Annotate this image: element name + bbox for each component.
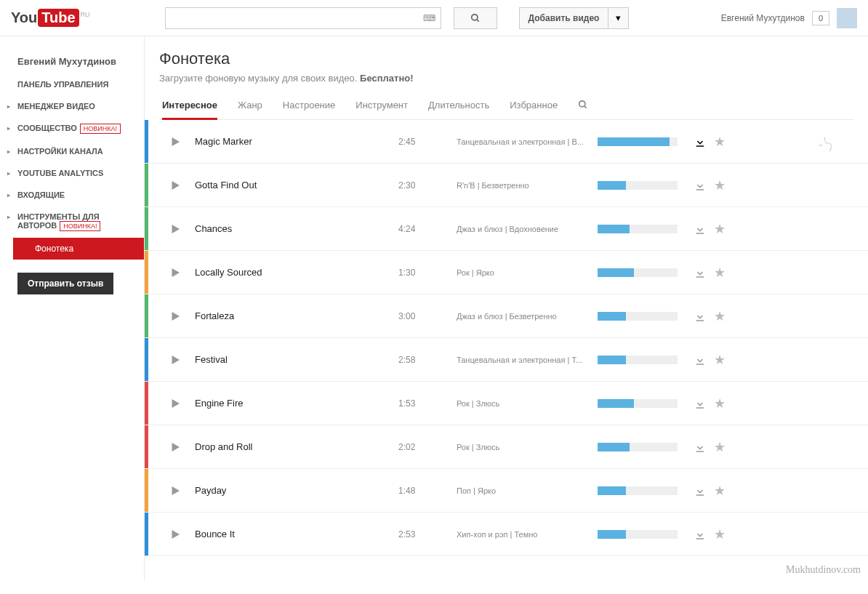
favorite-button[interactable]: ★ xyxy=(714,483,726,499)
logo-you: You xyxy=(11,9,37,26)
play-button[interactable] xyxy=(169,528,182,541)
play-button[interactable] xyxy=(169,222,182,236)
chevron-icon: ▸ xyxy=(7,192,10,198)
download-button[interactable] xyxy=(694,397,707,410)
track-name: Locally Sourced xyxy=(195,267,398,278)
popularity-bar xyxy=(598,181,678,190)
track-tags: Рок | Злюсь xyxy=(457,443,587,451)
favorite-button[interactable]: ★ xyxy=(714,439,726,455)
chevron-icon: ▸ xyxy=(7,214,10,220)
download-button[interactable] xyxy=(694,441,707,454)
track-duration: 3:00 xyxy=(398,311,457,321)
sidebar-item-0[interactable]: ПАНЕЛЬ УПРАВЛЕНИЯ xyxy=(0,73,144,95)
keyboard-icon[interactable]: ⌨ xyxy=(423,13,435,35)
play-button[interactable] xyxy=(169,310,182,323)
track-name: Magic Marker xyxy=(195,136,398,147)
track-duration: 2:02 xyxy=(398,442,457,452)
chevron-icon: ▸ xyxy=(7,148,10,155)
genre-stripe xyxy=(145,425,148,468)
avatar[interactable] xyxy=(837,8,857,28)
sidebar-item-label: ПАНЕЛЬ УПРАВЛЕНИЯ xyxy=(17,80,108,89)
tab-0[interactable]: Интересное xyxy=(162,100,217,120)
track-name: Payday xyxy=(195,485,398,496)
play-button[interactable] xyxy=(169,484,182,497)
download-button[interactable] xyxy=(694,179,707,192)
notification-count[interactable]: 0 xyxy=(812,11,829,25)
download-button[interactable] xyxy=(694,222,707,236)
download-button[interactable] xyxy=(694,353,707,366)
download-button[interactable] xyxy=(694,310,707,323)
play-button[interactable] xyxy=(169,441,182,454)
track-duration: 1:30 xyxy=(398,268,457,278)
sidebar-item-4[interactable]: ▸YOUTUBE ANALYTICS xyxy=(0,162,144,184)
new-badge: НОВИНКА! xyxy=(80,124,121,134)
feedback-button[interactable]: Отправить отзыв xyxy=(17,273,113,294)
genre-stripe xyxy=(145,382,148,425)
track-tags: Хип-хоп и рэп | Темно xyxy=(457,530,587,539)
popularity-bar xyxy=(598,399,678,408)
track-name: Bounce It xyxy=(195,529,398,539)
track-row: Gotta Find Out2:30R'n'B | Безветренно★ xyxy=(145,164,868,207)
sidebar-user[interactable]: Евгений Мухутдинов xyxy=(0,49,144,73)
play-button[interactable] xyxy=(169,179,182,192)
search-input[interactable] xyxy=(165,7,441,29)
popularity-bar xyxy=(598,137,678,146)
cursor-icon: 👆 xyxy=(816,136,835,153)
upload-dropdown[interactable]: ▾ xyxy=(608,7,629,29)
play-button[interactable] xyxy=(169,266,182,279)
download-button[interactable] xyxy=(694,135,707,148)
tab-3[interactable]: Инструмент xyxy=(355,100,408,119)
play-button[interactable] xyxy=(169,135,182,148)
favorite-button[interactable]: ★ xyxy=(714,308,726,324)
track-tags: R'n'B | Безветренно xyxy=(457,181,587,190)
download-button[interactable] xyxy=(694,528,707,541)
favorite-button[interactable]: ★ xyxy=(714,265,726,281)
search-wrap: ⌨ xyxy=(165,7,497,29)
track-row: Bounce It2:53Хип-хоп и рэп | Темно★ xyxy=(145,513,868,556)
tab-5[interactable]: Избранное xyxy=(510,100,558,119)
track-duration: 4:24 xyxy=(398,224,457,234)
track-tags: Танцевальная и электронная | Т... xyxy=(457,356,587,364)
tab-4[interactable]: Длительность xyxy=(428,100,489,119)
track-row: Payday1:48Поп | Ярко★ xyxy=(145,469,868,513)
track-tags: Танцевальная и электронная | В... xyxy=(457,137,587,146)
track-scroll[interactable]: Magic Marker2:45Танцевальная и электронн… xyxy=(145,120,868,567)
svg-point-2 xyxy=(579,101,585,107)
upload-button[interactable]: Добавить видео xyxy=(519,7,609,29)
sidebar-active-sub[interactable]: Фонотека xyxy=(13,238,144,260)
play-button[interactable] xyxy=(169,353,182,366)
popularity-bar xyxy=(598,268,678,277)
tab-search-icon[interactable] xyxy=(578,100,588,119)
genre-stripe xyxy=(145,207,148,250)
track-duration: 2:45 xyxy=(398,137,457,147)
sidebar-item-label: YOUTUBE ANALYTICS xyxy=(17,169,103,177)
sidebar-item-3[interactable]: ▸НАСТРОЙКИ КАНАЛА xyxy=(0,140,144,162)
popularity-bar xyxy=(598,530,678,539)
download-button[interactable] xyxy=(694,266,707,279)
terms-link[interactable]: Условия использования xyxy=(145,556,868,567)
sidebar-item-5[interactable]: ▸ВХОДЯЩИЕ xyxy=(0,184,144,206)
track-tags: Джаз и блюз | Безветренно xyxy=(457,312,587,321)
sidebar-item-1[interactable]: ▸МЕНЕДЖЕР ВИДЕО xyxy=(0,95,144,117)
track-name: Engine Fire xyxy=(195,398,398,409)
sidebar-item-6[interactable]: ▸ИНСТРУМЕНТЫ ДЛЯ АВТОРОВНОВИНКА! xyxy=(0,206,144,238)
track-duration: 2:58 xyxy=(398,355,457,365)
sidebar-item-2[interactable]: ▸СООБЩЕСТВОНОВИНКА! xyxy=(0,117,144,140)
tab-1[interactable]: Жанр xyxy=(238,100,262,119)
user-name[interactable]: Евгений Мухутдинов xyxy=(721,13,805,23)
favorite-button[interactable]: ★ xyxy=(714,352,726,368)
subtitle-strong: Бесплатно! xyxy=(360,73,413,84)
play-button[interactable] xyxy=(169,397,182,410)
tab-2[interactable]: Настроение xyxy=(283,100,335,119)
favorite-button[interactable]: ★ xyxy=(714,177,726,193)
favorite-button[interactable]: ★ xyxy=(714,134,726,150)
main: Фонотека Загрузите фоновую музыку для св… xyxy=(144,36,868,580)
logo[interactable]: You Tube RU xyxy=(11,9,89,27)
search-button[interactable] xyxy=(454,7,497,29)
favorite-button[interactable]: ★ xyxy=(714,396,726,412)
favorite-button[interactable]: ★ xyxy=(714,221,726,237)
chevron-icon: ▸ xyxy=(7,103,10,110)
track-tags: Рок | Ярко xyxy=(457,268,587,277)
download-button[interactable] xyxy=(694,484,707,497)
favorite-button[interactable]: ★ xyxy=(714,526,726,542)
